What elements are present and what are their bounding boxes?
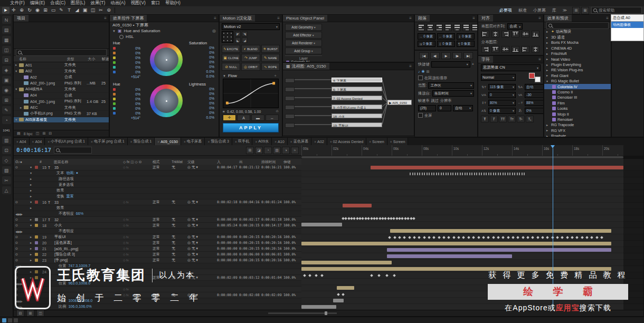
status-icon-2[interactable] — [8, 318, 12, 322]
fullscreen-checkbox[interactable] — [418, 113, 423, 118]
parent-select[interactable]: ◎ 无 ▾ — [187, 258, 217, 263]
layer-row[interactable]: ► 效果 — [14, 205, 301, 211]
trkmat-select[interactable]: 无 — [172, 200, 187, 205]
flow-add-icon[interactable]: + — [272, 73, 279, 78]
keyframe-icon[interactable] — [526, 236, 529, 239]
parent-select[interactable]: ◎ 无 ▾ — [187, 246, 217, 251]
layer-row[interactable]: ► 效果 — [14, 188, 301, 194]
expand-transfer-controls-icon[interactable]: ⊞ — [26, 310, 34, 317]
col-in[interactable]: 入 — [217, 159, 239, 165]
keyframe-icon[interactable] — [418, 236, 421, 239]
keyframe-icon[interactable] — [595, 236, 599, 239]
expand-in-out-icon[interactable]: ◫ — [36, 310, 44, 317]
tab-plexus[interactable]: Plexus Object Panel — [283, 15, 327, 22]
twirl-icon[interactable]: ► — [546, 129, 550, 132]
timeline-ruler[interactable]: 00s02s04s06s08s10s12s14s16s18s20s — [301, 145, 644, 156]
keyframe-icon[interactable] — [342, 293, 345, 296]
fx-group[interactable]: ►✦动画预设 — [544, 29, 611, 34]
fx-item[interactable]: Looks — [544, 106, 611, 111]
twirl-icon[interactable]: ► — [30, 241, 35, 244]
timeline-tab[interactable]: ×预告合成 3 — [205, 138, 232, 145]
fx-item[interactable]: Renoiser — [544, 117, 611, 122]
parent-select[interactable]: ◎ 无 ▾ — [187, 223, 217, 228]
timeline-track[interactable] — [301, 222, 644, 228]
timeline-track[interactable] — [301, 165, 644, 171]
dock-icon-panel10[interactable]: ◔ — [2, 116, 11, 124]
new-folder-icon[interactable]: ◫ — [36, 131, 40, 136]
close-icon[interactable]: × — [290, 140, 292, 144]
layer-color-chip[interactable] — [35, 235, 40, 239]
distribute-icon-6[interactable] — [532, 46, 539, 53]
menu-item-3[interactable]: 合成(C) — [48, 0, 68, 6]
align-to-select[interactable]: 合成▾ — [507, 23, 523, 30]
layer-row[interactable]: ▼ 文本动画: ● — [14, 170, 301, 176]
twirl-icon[interactable]: ► — [30, 206, 35, 210]
twirl-icon[interactable]: ► — [30, 195, 35, 198]
project-color-depth[interactable]: 8 bpc — [24, 132, 33, 136]
fill-stroke-swatches[interactable] — [529, 73, 541, 82]
twirl-icon[interactable]: ► — [30, 253, 35, 256]
twirl-icon[interactable]: ► — [546, 63, 550, 66]
keyframe-icon[interactable] — [370, 274, 373, 277]
keyframe-icon[interactable] — [487, 236, 490, 239]
trkmat-select[interactable]: 无 — [172, 240, 187, 245]
motion-blur-icon[interactable]: ◑ — [282, 147, 290, 154]
pen-tool[interactable]: ✎ — [58, 7, 65, 14]
menu-item-2[interactable]: 编辑(E) — [27, 0, 48, 6]
timeline-tab[interactable]: ×Screen — [366, 138, 387, 145]
parent-select[interactable]: ◎ 无 ▾ — [187, 165, 217, 170]
selection-tool[interactable]: ► — [2, 7, 10, 14]
project-row[interactable]: ►A01文件夹 — [14, 62, 109, 69]
motion-version-select[interactable]: Motion v2▾ — [222, 23, 280, 30]
layer-row[interactable]: ► 变换重置 — [14, 194, 301, 200]
hue-wheel[interactable] — [150, 43, 183, 76]
list-icon[interactable]: ≡ — [223, 110, 225, 113]
keyframe-icon[interactable] — [438, 236, 441, 239]
leading-field[interactable]: 自动▾ — [525, 84, 544, 90]
motion-jump-button[interactable]: ↷JUMP — [241, 54, 260, 62]
dock-label-1041[interactable]: 1041 — [2, 126, 11, 134]
layer-bar[interactable] — [343, 204, 372, 207]
twirl-icon[interactable]: ► — [546, 69, 550, 72]
mode-select[interactable]: 正常 — [153, 258, 172, 263]
keyframe-icon[interactable] — [576, 236, 579, 239]
font-family-select[interactable]: 思源黑体 CN▾ — [481, 64, 541, 71]
plexus-add-button-1[interactable]: Add Geometry▾ — [285, 24, 322, 31]
align-icon-6[interactable] — [532, 31, 539, 37]
tab-project[interactable]: 项目 — [14, 15, 29, 22]
paragraph-align-icon-4[interactable] — [444, 24, 452, 31]
fxp-search-input[interactable] — [546, 22, 609, 29]
distribute-icon-1[interactable] — [481, 46, 489, 53]
keyframe-icon[interactable] — [497, 236, 500, 239]
align-icon-5[interactable] — [522, 31, 529, 37]
keyframe-icon[interactable] — [492, 236, 495, 239]
twirl-icon[interactable]: ▼ — [30, 172, 35, 175]
layer-row[interactable]: ʘ▼15T35◇ fx正常无◎ 无 ▾0:00:04:170:00:21:120… — [14, 165, 301, 170]
project-search-input[interactable] — [16, 49, 107, 56]
menu-item-4[interactable]: 图层(L) — [68, 0, 88, 6]
fx-group[interactable]: ►RG Trapcode — [544, 122, 611, 128]
keyframe-icon[interactable] — [556, 236, 559, 239]
layer-bar[interactable] — [387, 254, 512, 258]
twirl-icon[interactable]: ► — [30, 177, 35, 180]
twirl-icon[interactable]: ► — [546, 30, 550, 33]
close-icon[interactable]: × — [235, 140, 237, 144]
timeline-track[interactable] — [301, 247, 644, 253]
panel-menu-icon[interactable]: ≡ — [407, 16, 414, 21]
small-caps-icon[interactable]: Tᴛ — [508, 116, 516, 122]
distribute-icon-5[interactable] — [522, 46, 529, 53]
flow-pick-button[interactable]: ✛ — [223, 115, 236, 121]
audio-include-icon[interactable]: ♪ — [418, 70, 420, 73]
panel-menu-icon[interactable]: ≡ — [212, 16, 219, 21]
anchor-bottom-right-button[interactable]: ◢ — [242, 37, 248, 43]
keyframe-icon[interactable] — [385, 274, 389, 277]
close-icon[interactable]: × — [390, 140, 392, 144]
tracking-field[interactable]: -30▾ — [525, 92, 544, 98]
fx-item[interactable]: Mojo II — [544, 111, 611, 117]
layer-row[interactable]: ʘ▼18小火◇ fx正常无◎ 无 ▾0:00:05:240:00:20:150:… — [14, 223, 301, 229]
keyframe-icon[interactable] — [408, 236, 411, 239]
timeline-tab[interactable]: ×蓝色屏幕 — [288, 138, 312, 145]
all-caps-icon[interactable]: TT — [499, 116, 507, 122]
vertical-scale-field[interactable]: 80%▾ — [488, 100, 516, 106]
twirl-icon[interactable]: ► — [30, 183, 35, 186]
